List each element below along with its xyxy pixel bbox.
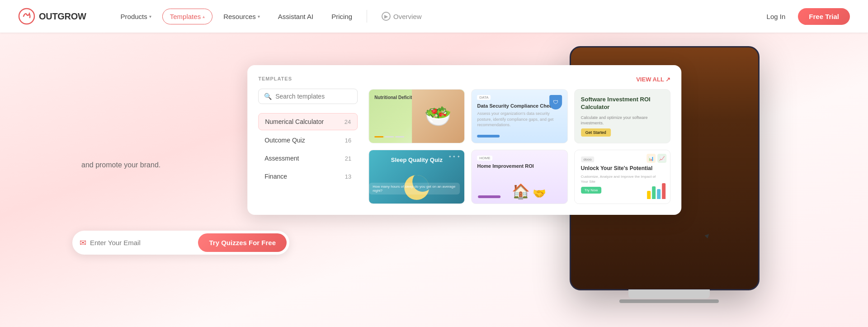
resources-chevron-icon: ▾ — [258, 14, 260, 19]
main-content: and promote your brand. ✉ Try Quizzes Fo… — [0, 33, 868, 327]
dot-inactive — [395, 136, 404, 137]
template-grid: Nutritional Deficit Calculator 🥗 DATA — [368, 89, 670, 204]
card-description: Calculate and optimize your software inv… — [581, 115, 664, 126]
tablet-base — [619, 299, 719, 303]
card-title: Unlock Your Site's Potential — [581, 165, 664, 172]
card-tag: HOME — [477, 156, 493, 161]
category-name: Numerical Calculator — [265, 118, 324, 125]
template-card-sleep-quiz[interactable]: Sleep Quality Quiz ✦ ✦ ✦ How many hours … — [368, 150, 465, 204]
chart-bar-3 — [657, 189, 660, 199]
category-count: 16 — [345, 137, 351, 144]
unlock-chart — [647, 183, 665, 199]
search-input[interactable] — [275, 93, 352, 100]
stars-icon: ✦ ✦ ✦ — [448, 155, 460, 159]
category-count: 21 — [345, 155, 351, 162]
tablet-stand — [628, 289, 710, 299]
unlock-icon-green: 📈 — [657, 154, 666, 163]
category-list: Numerical Calculator 24 Outcome Quiz 16 … — [258, 113, 358, 185]
category-name: Finance — [264, 173, 287, 180]
card-description: Customize, Analyze and Improve the Impac… — [581, 174, 664, 184]
nav-resources[interactable]: Resources ▾ — [216, 9, 267, 24]
people-icon: 🤝 — [533, 187, 546, 200]
home-button-area — [478, 195, 501, 198]
unlock-icon-orange: 📊 — [646, 154, 656, 163]
category-name: Outcome Quiz — [264, 137, 305, 144]
category-finance[interactable]: Finance 13 — [258, 168, 358, 185]
outgrow-logo-icon — [18, 8, 35, 25]
search-icon: 🔍 — [264, 93, 272, 100]
nav-overview[interactable]: ▶ Overview — [374, 8, 429, 24]
sidebar-header: TEMPLATES — [258, 76, 358, 81]
person-image: 🥗 — [425, 104, 452, 129]
template-card-security[interactable]: DATA Data Security Compliance Checker As… — [472, 89, 568, 143]
roi-button[interactable]: Get Started — [581, 128, 611, 137]
email-cta-container: ✉ Try Quizzes For Free — [72, 231, 289, 255]
hero-description: and promote your brand. — [81, 159, 160, 171]
dot-inactive — [385, 136, 394, 137]
dot-active — [374, 136, 383, 137]
person-overlay: 🥗 — [412, 90, 464, 143]
card-title: Sleep Quality Quiz — [375, 156, 458, 164]
home-action-bar — [478, 195, 501, 198]
nav-pricing[interactable]: Pricing — [324, 9, 359, 24]
template-grid-area: VIEW ALL ↗ Nutritional Deficit Calculato… — [368, 76, 670, 204]
templates-dropdown: TEMPLATES 🔍 Numerical Calculator 24 Outc… — [247, 65, 681, 215]
category-count: 24 — [344, 118, 351, 125]
search-box[interactable]: 🔍 — [258, 89, 358, 104]
card-tag: DATA — [477, 95, 491, 100]
navbar: OUTGROW Products ▾ Templates ▴ Resources… — [0, 0, 868, 33]
template-sidebar: TEMPLATES 🔍 Numerical Calculator 24 Outc… — [258, 76, 358, 204]
grid-header: VIEW ALL ↗ — [368, 76, 670, 83]
template-card-home-roi[interactable]: HOME Home Improvement ROI 🏠 🤝 — [472, 150, 568, 204]
category-assessment[interactable]: Assessment 21 — [258, 150, 358, 166]
category-count: 13 — [345, 173, 351, 180]
nav-right: Log In Free Trial — [761, 8, 850, 25]
email-icon: ✉ — [80, 238, 86, 248]
hero-text-area: and promote your brand. — [81, 159, 160, 171]
category-name: Assessment — [264, 155, 299, 162]
security-shield-icon: 🛡 — [549, 95, 562, 109]
login-button[interactable]: Log In — [761, 9, 791, 24]
template-card-software-roi[interactable]: Software Investment ROI Calculator Calcu… — [574, 89, 670, 143]
template-card-unlock[interactable]: dooo Unlock Your Site's Potential Custom… — [574, 150, 670, 204]
email-input[interactable] — [90, 239, 194, 246]
cursor-icon — [704, 231, 710, 236]
unlock-icons-area: 📊 📈 — [646, 154, 666, 163]
card-action-area — [477, 132, 562, 137]
action-bar — [477, 135, 500, 137]
card-description: Assess your organization's data security… — [477, 111, 562, 128]
category-outcome-quiz[interactable]: Outcome Quiz 16 — [258, 132, 358, 148]
overview-play-icon: ▶ — [382, 12, 391, 21]
view-all-link[interactable]: VIEW ALL ↗ — [636, 76, 670, 83]
nav-divider — [367, 10, 367, 23]
free-trial-button[interactable]: Free Trial — [798, 8, 850, 25]
template-card-nutritional[interactable]: Nutritional Deficit Calculator 🥗 — [368, 89, 465, 143]
unlock-tag: dooo — [581, 156, 594, 162]
category-numerical-calculator[interactable]: Numerical Calculator 24 — [258, 113, 358, 130]
nav-templates[interactable]: Templates ▴ — [162, 9, 212, 24]
nav-assistant-ai[interactable]: Assistant AI — [271, 9, 321, 24]
templates-chevron-icon: ▴ — [203, 14, 205, 19]
products-chevron-icon: ▾ — [149, 14, 151, 19]
nav-products[interactable]: Products ▾ — [113, 9, 159, 24]
card-title: Software Investment ROI Calculator — [581, 96, 664, 111]
chart-bar-2 — [652, 186, 656, 199]
logo-text: OUTGROW — [39, 11, 86, 22]
sleep-questions-hint: How many hours of sleep do you get on an… — [369, 183, 460, 194]
home-illustration: 🏠 🤝 — [491, 167, 567, 204]
unlock-button[interactable]: Try Now — [581, 187, 601, 194]
chart-bar-1 — [647, 191, 651, 199]
chart-bar-4 — [662, 183, 665, 199]
logo[interactable]: OUTGROW — [18, 8, 86, 25]
try-quizzes-button[interactable]: Try Quizzes For Free — [198, 233, 287, 252]
house-icon: 🏠 — [512, 183, 530, 200]
svg-point-0 — [19, 9, 34, 24]
nav-links: Products ▾ Templates ▴ Resources ▾ Assis… — [113, 8, 761, 24]
